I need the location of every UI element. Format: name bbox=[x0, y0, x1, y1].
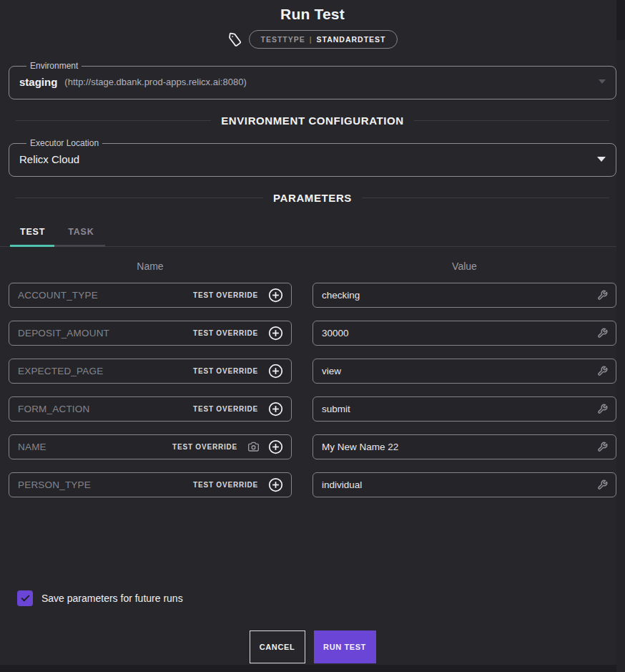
add-override-button[interactable] bbox=[268, 364, 283, 379]
checkmark-icon bbox=[21, 593, 29, 602]
wrench-icon[interactable] bbox=[597, 404, 608, 414]
chevron-down-icon[interactable] bbox=[597, 157, 606, 162]
save-parameters-row: Save parameters for future runs bbox=[17, 590, 625, 606]
table-row: FORM_ACTION TEST OVERRIDE submit bbox=[9, 396, 616, 422]
scrollbar-thumb[interactable] bbox=[616, 0, 625, 40]
test-override-badge: TEST OVERRIDE bbox=[193, 329, 258, 337]
table-row: NAME TEST OVERRIDE My New Name 22 bbox=[9, 434, 616, 459]
section-parameters: PARAMETERS bbox=[16, 192, 609, 204]
table-row: DEPOSIT_AMOUNT TEST OVERRIDE 30000 bbox=[9, 321, 616, 346]
test-override-badge: TEST OVERRIDE bbox=[193, 367, 258, 375]
run-test-button[interactable]: RUN TEST bbox=[314, 630, 376, 663]
tag-icon bbox=[227, 32, 242, 47]
param-name-field[interactable]: ACCOUNT_TYPE TEST OVERRIDE bbox=[9, 283, 292, 308]
badge-key-label: TESTTYPE bbox=[261, 35, 305, 44]
wrench-icon[interactable] bbox=[597, 442, 608, 452]
parameters-table: Name Value ACCOUNT_TYPE TEST OVERRIDE bbox=[9, 260, 616, 497]
param-value: My New Name 22 bbox=[322, 442, 597, 452]
environment-label: Environment bbox=[26, 61, 82, 71]
scrollbar-track[interactable] bbox=[616, 0, 625, 672]
camera-icon[interactable] bbox=[247, 442, 260, 452]
section-title: PARAMETERS bbox=[273, 192, 352, 204]
param-name-field[interactable]: FORM_ACTION TEST OVERRIDE bbox=[9, 396, 292, 422]
add-override-button[interactable] bbox=[268, 439, 283, 454]
wrench-icon[interactable] bbox=[597, 366, 608, 376]
chevron-down-icon[interactable] bbox=[599, 79, 606, 84]
environment-value: staging bbox=[19, 76, 57, 88]
executor-location-select[interactable]: Executor Location Relicx Cloud bbox=[9, 138, 616, 177]
test-type-badge-row: TESTTYPE | STANDARDTEST bbox=[0, 29, 625, 49]
add-override-button[interactable] bbox=[268, 477, 283, 492]
value-column-header: Value bbox=[312, 260, 616, 272]
param-value: individual bbox=[322, 479, 597, 490]
dialog-title: Run Test bbox=[0, 6, 625, 23]
executor-location-label: Executor Location bbox=[26, 138, 102, 148]
param-value: submit bbox=[322, 404, 597, 414]
param-value-field[interactable]: submit bbox=[312, 396, 616, 422]
param-name: EXPECTED_PAGE bbox=[18, 366, 193, 376]
param-name: ACCOUNT_TYPE bbox=[18, 290, 193, 301]
param-value: checking bbox=[322, 290, 597, 301]
add-override-button[interactable] bbox=[268, 288, 283, 303]
param-value: 30000 bbox=[322, 328, 597, 339]
active-tab-indicator bbox=[10, 245, 54, 247]
param-name: DEPOSIT_AMOUNT bbox=[18, 328, 193, 339]
param-name: FORM_ACTION bbox=[18, 404, 193, 414]
param-value-field[interactable]: checking bbox=[312, 283, 616, 308]
param-value-field[interactable]: 30000 bbox=[312, 321, 616, 346]
environment-url: (http://stage.dbank.prod-apps.relicx.ai:… bbox=[64, 77, 246, 87]
table-row: ACCOUNT_TYPE TEST OVERRIDE checking bbox=[9, 283, 616, 308]
tab-task[interactable]: TASK bbox=[56, 221, 105, 246]
environment-select[interactable]: Environment staging (http://stage.dbank.… bbox=[9, 61, 616, 99]
add-override-button[interactable] bbox=[268, 326, 283, 341]
section-title: ENVIRONMENT CONFIGURATION bbox=[221, 115, 404, 127]
table-row: EXPECTED_PAGE TEST OVERRIDE view bbox=[9, 359, 616, 384]
test-override-badge: TEST OVERRIDE bbox=[193, 481, 258, 489]
test-override-badge: TEST OVERRIDE bbox=[193, 405, 258, 413]
dialog-bottom-edge bbox=[0, 665, 625, 672]
wrench-icon[interactable] bbox=[597, 479, 608, 490]
param-name-field[interactable]: EXPECTED_PAGE TEST OVERRIDE bbox=[9, 359, 292, 384]
param-name: NAME bbox=[18, 442, 172, 452]
save-parameters-checkbox[interactable] bbox=[17, 590, 33, 606]
parameters-tabs: TEST TASK bbox=[0, 221, 625, 247]
badge-value-label: STANDARDTEST bbox=[317, 35, 386, 44]
parameter-rows: ACCOUNT_TYPE TEST OVERRIDE checking bbox=[9, 283, 616, 497]
name-column-header: Name bbox=[9, 260, 292, 272]
badge-separator: | bbox=[310, 35, 312, 44]
param-name: PERSON_TYPE bbox=[18, 479, 193, 490]
param-value: view bbox=[322, 366, 597, 376]
table-row: PERSON_TYPE TEST OVERRIDE individual bbox=[9, 472, 616, 497]
param-name-field[interactable]: DEPOSIT_AMOUNT TEST OVERRIDE bbox=[9, 321, 292, 346]
cancel-button[interactable]: CANCEL bbox=[250, 630, 305, 663]
run-test-dialog: Run Test TESTTYPE | STANDARDTEST Environ… bbox=[0, 0, 625, 672]
table-headers: Name Value bbox=[9, 260, 616, 272]
param-value-field[interactable]: view bbox=[312, 359, 616, 384]
param-value-field[interactable]: individual bbox=[312, 472, 616, 497]
test-override-badge: TEST OVERRIDE bbox=[172, 443, 237, 451]
wrench-icon[interactable] bbox=[597, 328, 608, 339]
dialog-actions: CANCEL RUN TEST bbox=[0, 630, 625, 663]
test-override-badge: TEST OVERRIDE bbox=[193, 291, 258, 299]
param-value-field[interactable]: My New Name 22 bbox=[312, 434, 616, 459]
param-name-field[interactable]: NAME TEST OVERRIDE bbox=[9, 434, 292, 459]
param-name-field[interactable]: PERSON_TYPE TEST OVERRIDE bbox=[9, 472, 292, 497]
add-override-button[interactable] bbox=[268, 401, 283, 417]
wrench-icon[interactable] bbox=[597, 290, 608, 301]
section-environment-configuration: ENVIRONMENT CONFIGURATION bbox=[16, 115, 609, 127]
executor-location-value: Relicx Cloud bbox=[19, 153, 79, 165]
test-type-badge: TESTTYPE | STANDARDTEST bbox=[249, 30, 398, 49]
tab-test[interactable]: TEST bbox=[9, 221, 56, 246]
save-parameters-label: Save parameters for future runs bbox=[41, 593, 183, 604]
